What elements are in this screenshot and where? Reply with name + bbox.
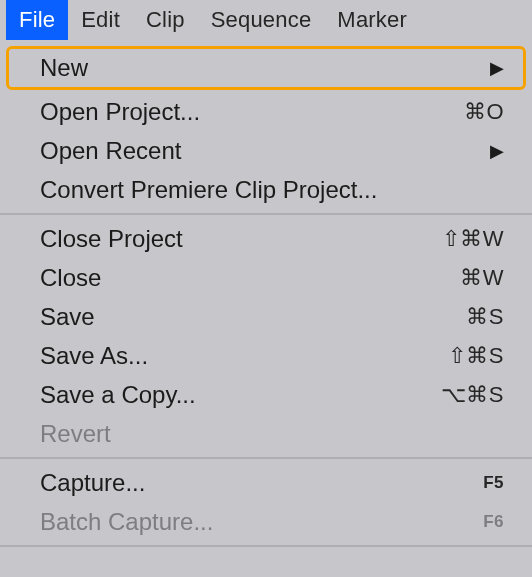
file-item-capture[interactable]: Capture... F5 [0, 463, 532, 502]
menu-file-label: File [19, 7, 55, 33]
menubar: File Edit Clip Sequence Marker [0, 0, 532, 40]
file-item-capture-label: Capture... [40, 469, 483, 497]
file-item-new-label: New [40, 54, 490, 82]
file-item-save-as-shortcut: ⇧⌘S [448, 343, 504, 369]
menu-separator [0, 213, 532, 215]
submenu-arrow-icon: ▶ [490, 57, 504, 79]
file-item-open-recent[interactable]: Open Recent ▶ [0, 131, 532, 170]
submenu-arrow-icon: ▶ [490, 140, 504, 162]
file-item-open-recent-label: Open Recent [40, 137, 490, 165]
menu-separator [0, 545, 532, 547]
menu-sequence[interactable]: Sequence [198, 0, 325, 40]
file-item-save-copy-shortcut: ⌥⌘S [441, 382, 504, 408]
menu-separator [0, 457, 532, 459]
file-item-convert-label: Convert Premiere Clip Project... [40, 176, 504, 204]
file-item-close-project-label: Close Project [40, 225, 442, 253]
file-item-revert-label: Revert [40, 420, 504, 448]
file-item-batch-capture-label: Batch Capture... [40, 508, 483, 536]
file-item-close-label: Close [40, 264, 460, 292]
menu-clip[interactable]: Clip [133, 0, 198, 40]
file-item-save-shortcut: ⌘S [466, 304, 504, 330]
file-item-save-copy[interactable]: Save a Copy... ⌥⌘S [0, 375, 532, 414]
file-dropdown: New ▶ Open Project... ⌘O Open Recent ▶ C… [0, 40, 532, 547]
file-item-save-label: Save [40, 303, 466, 331]
file-item-revert: Revert [0, 414, 532, 453]
menu-marker[interactable]: Marker [324, 0, 420, 40]
file-item-close-shortcut: ⌘W [460, 265, 504, 291]
menu-sequence-label: Sequence [211, 7, 312, 33]
file-item-close[interactable]: Close ⌘W [0, 258, 532, 297]
file-item-save[interactable]: Save ⌘S [0, 297, 532, 336]
file-item-save-copy-label: Save a Copy... [40, 381, 441, 409]
file-item-save-as[interactable]: Save As... ⇧⌘S [0, 336, 532, 375]
file-item-capture-shortcut: F5 [483, 473, 504, 493]
file-item-convert[interactable]: Convert Premiere Clip Project... [0, 170, 532, 209]
menu-clip-label: Clip [146, 7, 185, 33]
file-item-close-project-shortcut: ⇧⌘W [442, 226, 504, 252]
file-item-new[interactable]: New ▶ [6, 46, 526, 90]
file-item-open-project-shortcut: ⌘O [464, 99, 504, 125]
menu-edit-label: Edit [81, 7, 120, 33]
menu-file[interactable]: File [6, 0, 68, 40]
menu-edit[interactable]: Edit [68, 0, 133, 40]
menu-marker-label: Marker [337, 7, 407, 33]
file-item-save-as-label: Save As... [40, 342, 448, 370]
file-item-batch-capture: Batch Capture... F6 [0, 502, 532, 541]
file-item-close-project[interactable]: Close Project ⇧⌘W [0, 219, 532, 258]
file-item-open-project[interactable]: Open Project... ⌘O [0, 92, 532, 131]
file-item-open-project-label: Open Project... [40, 98, 464, 126]
file-item-batch-capture-shortcut: F6 [483, 512, 504, 532]
